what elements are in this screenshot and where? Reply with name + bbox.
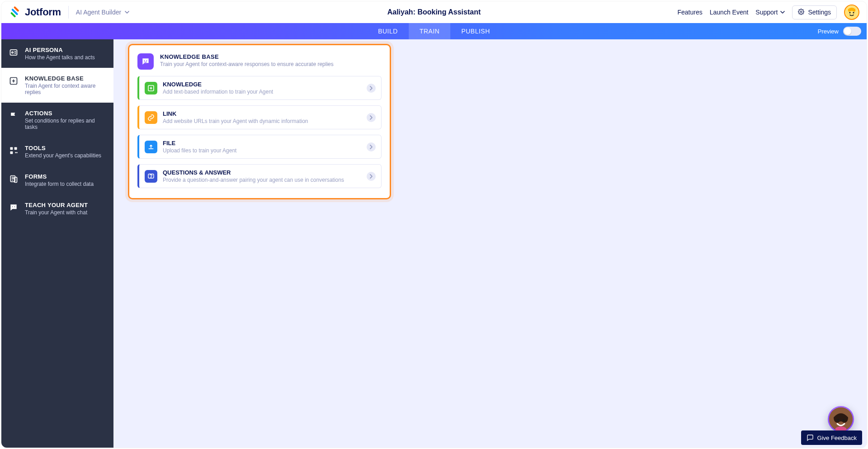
kb-card-desc: Provide a question-and-answer pairing yo…	[163, 177, 344, 183]
svg-point-8	[12, 52, 13, 53]
divider	[68, 6, 69, 19]
topbar: Jotform AI Agent Builder Aaliyah: Bookin…	[1, 1, 867, 23]
page-title: Aaliyah: Booking Assistant	[387, 8, 481, 16]
user-avatar[interactable]	[844, 5, 859, 20]
sidebar-item-title: ACTIONS	[25, 110, 106, 117]
tabs-right: Preview	[818, 23, 867, 39]
sidebar-item-knowledge-base[interactable]: KNOWLEDGE BASE Train Agent for context a…	[1, 68, 113, 103]
svg-point-14	[16, 152, 18, 153]
plus-square-icon	[9, 76, 19, 86]
svg-rect-12	[10, 151, 13, 154]
kb-card-qa[interactable]: QUESTIONS & ANSWER Provide a question-an…	[137, 164, 382, 188]
body: AI PERSONA How the Agent talks and acts …	[1, 39, 867, 448]
svg-point-25	[837, 419, 839, 421]
svg-point-3	[801, 11, 802, 13]
nav-support-label: Support	[755, 9, 778, 16]
sidebar-item-actions[interactable]: ACTIONS Set conditions for replies and t…	[1, 103, 113, 137]
svg-point-20	[146, 60, 147, 61]
svg-point-23	[151, 177, 151, 178]
svg-point-6	[853, 12, 854, 13]
chat-bubble-icon	[137, 53, 154, 70]
sidebar-item-tools[interactable]: TOOLS Extend your Agent's capabilities	[1, 137, 113, 166]
kb-card-desc: Upload files to train your Agent	[163, 147, 236, 154]
kb-card-desc: Add website URLs train your Agent with d…	[163, 118, 308, 124]
nav-support[interactable]: Support	[755, 9, 785, 16]
avatar-face-icon	[845, 5, 859, 19]
kb-card-title: QUESTIONS & ANSWER	[163, 169, 344, 176]
svg-point-17	[12, 207, 13, 208]
kb-desc: Train your Agent for context-aware respo…	[160, 61, 334, 67]
chat-icon	[807, 434, 814, 441]
kb-header: KNOWLEDGE BASE Train your Agent for cont…	[137, 53, 382, 70]
content: KNOWLEDGE BASE Train your Agent for cont…	[113, 39, 867, 448]
kb-card-title: LINK	[163, 110, 308, 117]
svg-point-19	[144, 60, 145, 61]
sidebar-item-desc: How the Agent talks and acts	[25, 54, 95, 61]
toggle-knob	[844, 28, 851, 35]
chevron-right-icon	[367, 113, 376, 122]
kb-title: KNOWLEDGE BASE	[160, 53, 334, 60]
sidebar-item-ai-persona[interactable]: AI PERSONA How the Agent talks and acts	[1, 39, 113, 68]
chevron-down-icon	[125, 10, 129, 14]
sidebar-item-desc: Train your Agent with chat	[25, 209, 88, 216]
nav-features[interactable]: Features	[677, 9, 702, 16]
tab-publish[interactable]: PUBLISH	[450, 23, 500, 39]
svg-point-5	[849, 12, 850, 13]
settings-label: Settings	[808, 9, 831, 16]
knowledge-base-panel: KNOWLEDGE BASE Train your Agent for cont…	[128, 44, 391, 199]
forms-icon	[9, 174, 19, 184]
upload-icon	[145, 141, 157, 153]
logo[interactable]: Jotform	[9, 6, 61, 18]
qa-icon	[145, 170, 157, 183]
gear-icon	[798, 9, 804, 16]
agent-face-icon	[829, 407, 853, 431]
sidebar-item-desc: Extend your Agent's capabilities	[25, 152, 101, 159]
chevron-right-icon	[367, 172, 376, 181]
give-feedback-button[interactable]: Give Feedback	[801, 430, 862, 445]
flag-icon	[9, 111, 19, 121]
tabs-center: BUILD TRAIN PUBLISH	[367, 23, 501, 39]
chat-icon	[9, 203, 19, 213]
chevron-right-icon	[367, 142, 376, 151]
plus-square-icon	[145, 82, 157, 95]
persona-card-icon	[9, 47, 19, 57]
nav-launch-event[interactable]: Launch Event	[710, 9, 749, 16]
sidebar-item-desc: Integrate form to collect data	[25, 181, 94, 187]
tab-train[interactable]: TRAIN	[409, 23, 451, 39]
svg-point-18	[14, 207, 15, 208]
sidebar-item-title: FORMS	[25, 173, 94, 180]
feedback-label: Give Feedback	[817, 435, 857, 441]
link-icon	[145, 111, 157, 124]
kb-card-desc: Add text-based information to train your…	[163, 89, 273, 95]
agent-avatar-floating[interactable]	[828, 406, 854, 432]
sidebar-item-desc: Set conditions for replies and tasks	[25, 118, 106, 130]
tab-build[interactable]: BUILD	[367, 23, 409, 39]
topbar-right: Features Launch Event Support Settings	[677, 5, 859, 20]
sidebar-item-title: TEACH YOUR AGENT	[25, 202, 88, 208]
chevron-down-icon	[780, 10, 785, 14]
sidebar-item-title: AI PERSONA	[25, 47, 95, 53]
brand-switcher[interactable]: AI Agent Builder	[76, 9, 129, 16]
brand-sub-label: AI Agent Builder	[76, 9, 121, 16]
sidebar-item-teach-agent[interactable]: TEACH YOUR AGENT Train your Agent with c…	[1, 194, 113, 223]
apps-icon	[9, 146, 19, 156]
preview-label: Preview	[818, 28, 839, 35]
app-frame: Jotform AI Agent Builder Aaliyah: Bookin…	[1, 1, 867, 448]
tabs-bar: BUILD TRAIN PUBLISH Preview	[1, 23, 867, 39]
jotform-logo-icon	[9, 6, 20, 18]
logo-text: Jotform	[25, 6, 61, 18]
sidebar-item-forms[interactable]: FORMS Integrate form to collect data	[1, 166, 113, 194]
preview-toggle[interactable]	[843, 27, 861, 36]
chevron-right-icon	[367, 84, 376, 93]
sidebar: AI PERSONA How the Agent talks and acts …	[1, 39, 113, 448]
sidebar-item-title: KNOWLEDGE BASE	[25, 75, 106, 82]
kb-card-knowledge[interactable]: KNOWLEDGE Add text-based information to …	[137, 76, 382, 100]
sidebar-item-desc: Train Agent for context aware replies	[25, 83, 106, 95]
svg-rect-10	[10, 147, 13, 150]
svg-point-4	[845, 5, 859, 19]
settings-button[interactable]: Settings	[792, 5, 837, 19]
kb-card-file[interactable]: FILE Upload files to train your Agent	[137, 135, 382, 159]
kb-card-title: KNOWLEDGE	[163, 81, 273, 88]
kb-card-link[interactable]: LINK Add website URLs train your Agent w…	[137, 105, 382, 129]
svg-point-13	[15, 152, 16, 153]
